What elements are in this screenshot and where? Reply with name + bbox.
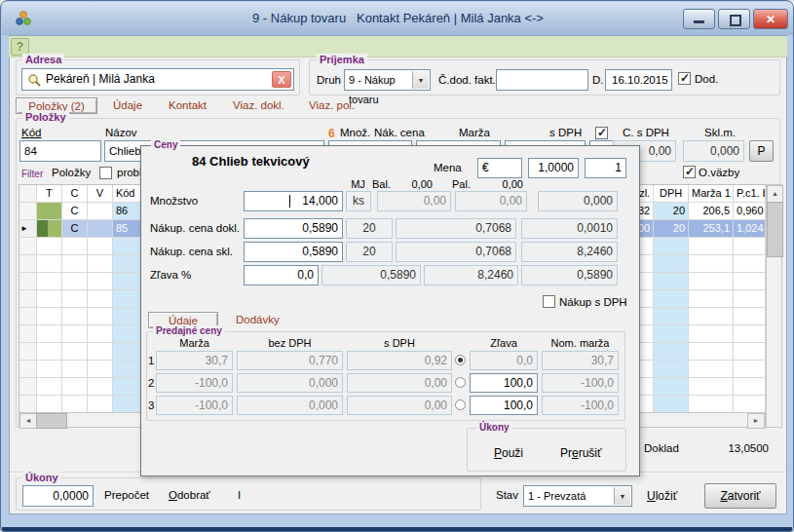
- ceny-dialog[interactable]: Ceny 84 Chlieb tekvicový Mena € 1,0000 1…: [140, 145, 640, 476]
- price2-radio[interactable]: [455, 377, 466, 388]
- prerusit-button[interactable]: Prerušiť: [560, 446, 602, 460]
- price2-bezdph: 0,000: [237, 373, 343, 393]
- kod-input[interactable]: 84: [19, 140, 101, 162]
- mnozstvo-total-box: 0,000: [538, 191, 618, 211]
- scroll-right-icon[interactable]: ►: [747, 413, 765, 429]
- scroll-up-icon[interactable]: ▲: [767, 185, 783, 203]
- horizontal-scroll-thumb[interactable]: [36, 413, 67, 429]
- nakup-sdph-checkbox[interactable]: [543, 295, 555, 308]
- price2-sdph: 0,00: [347, 373, 452, 393]
- col-nak-cena-label: Nák. cena: [374, 127, 425, 138]
- d-label: D.: [592, 74, 604, 86]
- vertical-scrollbar[interactable]: ▲: [766, 184, 782, 428]
- pouzi-button[interactable]: Použi: [494, 446, 523, 460]
- ncs-dph-box: 20: [346, 242, 393, 262]
- close-button[interactable]: ✕: [753, 9, 788, 29]
- text-caret: [289, 195, 290, 208]
- bal-value-box: 0,00: [377, 191, 451, 211]
- price2-zlava-input[interactable]: 100,0: [470, 373, 538, 393]
- toolbar-strip: [9, 36, 787, 57]
- dod-checkbox[interactable]: [678, 72, 691, 85]
- col-sklm-label: Skl.m.: [704, 127, 736, 138]
- bal-header: Bal.: [372, 178, 391, 190]
- scroll-left-icon[interactable]: ◄: [19, 413, 37, 429]
- ukony-group-label: Úkony: [22, 472, 61, 483]
- app-window: 9 - Nákup tovaru Kontakt Pekáreň | Milá …: [0, 0, 794, 532]
- grid-header-t[interactable]: T: [37, 185, 62, 203]
- dialog-title: 84 Chlieb tekvicový: [192, 154, 310, 169]
- predajne-col-nom: Nom. marža: [542, 337, 619, 349]
- predajne-group-label: Predajné ceny: [153, 325, 225, 336]
- zlava-label: Zľava %: [150, 269, 191, 281]
- ovazby-checkbox[interactable]: [683, 166, 696, 178]
- dialog-tab-dodavky[interactable]: Dodávky: [236, 314, 280, 325]
- filter-checkbox[interactable]: [99, 167, 112, 179]
- ncs-input[interactable]: 0,5890: [244, 242, 343, 262]
- tab-kontakt[interactable]: Kontakt: [169, 99, 207, 111]
- tab-viaz-pol[interactable]: Viaz. pol.: [309, 99, 355, 111]
- tab-viaz-dokl[interactable]: Viaz. dokl.: [233, 99, 284, 111]
- zatvorit-button[interactable]: Zatvoriť: [704, 483, 776, 509]
- i-button[interactable]: I: [238, 489, 241, 501]
- col-sdph-label: s DPH: [549, 127, 582, 138]
- p-button[interactable]: P: [749, 140, 774, 162]
- druh-select[interactable]: 9 - Nákup tovaru ▼: [344, 69, 431, 91]
- price3-nom: -100,0: [542, 396, 619, 415]
- mnozstvo-label: Množstvo: [150, 195, 198, 207]
- cdod-input[interactable]: [496, 69, 588, 91]
- sdph-checkbox[interactable]: [595, 127, 608, 139]
- clear-adresa-button[interactable]: X: [272, 71, 291, 88]
- col-csdph-label: C. s DPH: [623, 127, 669, 138]
- mj-header: MJ: [341, 178, 375, 190]
- price3-radio[interactable]: [455, 399, 466, 410]
- mnozstvo-input[interactable]: 14,000: [244, 191, 343, 211]
- pal-header: Pal.: [452, 178, 471, 190]
- odobrat-button[interactable]: Odobrať: [169, 489, 210, 501]
- row-selector-icon: ►: [19, 220, 37, 238]
- price1-marza: 30,7: [156, 351, 233, 370]
- price1-radio[interactable]: [455, 355, 466, 365]
- grid-header-dph[interactable]: DPH: [654, 185, 689, 203]
- ncd-total-box: 0,0010: [521, 218, 618, 239]
- row-indicator-green: [37, 203, 62, 220]
- stav-value: 1 - Prevzatá: [528, 490, 586, 502]
- grid-header-v[interactable]: V: [88, 185, 113, 203]
- chevron-down-icon[interactable]: ▼: [412, 71, 429, 89]
- minimize-button[interactable]: [683, 9, 715, 29]
- predajne-col-bezdph: bez DPH: [237, 337, 343, 349]
- amount-input[interactable]: 0,0000: [22, 485, 94, 507]
- bal-header-value: 0,00: [397, 178, 433, 190]
- search-icon: [27, 73, 41, 87]
- maximize-button[interactable]: [718, 9, 750, 29]
- chevron-down-icon[interactable]: ▼: [614, 487, 630, 505]
- pal-value-box: 0,00: [455, 191, 527, 211]
- col-kod-label[interactable]: Kód: [21, 127, 41, 138]
- title-bar[interactable]: 9 - Nákup tovaru Kontakt Pekáreň | Milá …: [2, 2, 794, 35]
- dod-label: Dod.: [695, 73, 718, 85]
- grid-header-pc1b[interactable]: P.c1. b: [734, 185, 766, 203]
- vertical-scroll-thumb[interactable]: [767, 202, 783, 257]
- mena-unit-input[interactable]: 1: [585, 158, 626, 178]
- prepocet-button[interactable]: Prepočet: [104, 489, 149, 501]
- zlava-input[interactable]: 0,0: [244, 265, 319, 285]
- ulozit-button[interactable]: Uložiť: [647, 489, 677, 503]
- price3-zlava-input[interactable]: 100,0: [470, 396, 538, 415]
- col-nazov-label: Názov: [105, 127, 137, 138]
- stav-label: Stav: [496, 489, 518, 501]
- adresa-input[interactable]: Pekáreň | Milá Janka X: [21, 68, 294, 91]
- filter-label: Filter: [21, 169, 43, 179]
- mena-rate-input[interactable]: 1,0000: [528, 158, 579, 178]
- date-input[interactable]: 16.10.2015: [605, 69, 672, 91]
- tab-udaje[interactable]: Údaje: [113, 99, 142, 111]
- ncs-sdph-box: 0,7068: [396, 242, 516, 262]
- mj-unit-box: ks: [346, 191, 371, 211]
- ncs-label: Nákup. cena skl.: [150, 246, 233, 257]
- predajne-col-zlava: Zľava: [470, 337, 538, 349]
- ncd-input[interactable]: 0,5890: [244, 218, 343, 239]
- window-bottom-edge: [2, 527, 792, 531]
- grid-header-marza1[interactable]: Marža 1: [689, 185, 734, 203]
- stav-select[interactable]: 1 - Prevzatá ▼: [523, 485, 632, 507]
- grid-header-c[interactable]: C: [62, 185, 88, 203]
- mena-currency-input[interactable]: €: [477, 158, 522, 178]
- zlava-c-box: 0,5890: [521, 265, 618, 285]
